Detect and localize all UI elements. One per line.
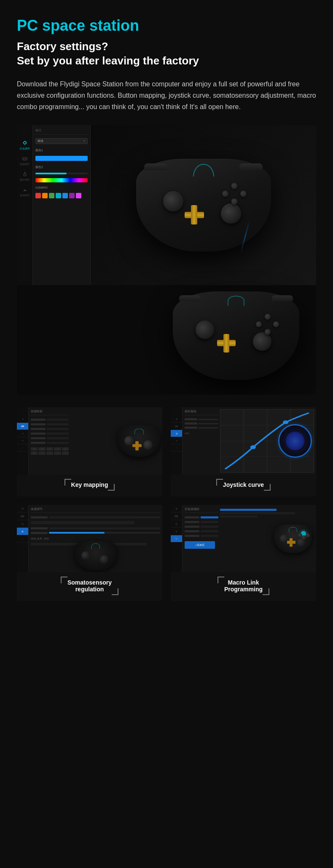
ms1: ⚙ — [171, 505, 182, 513]
second-controller-accent — [228, 296, 244, 306]
jc-lbl3 — [185, 427, 197, 429]
mc-btn3 — [302, 535, 306, 539]
swatch-pink[interactable] — [76, 193, 81, 198]
jc-title: 摇杆曲线 — [185, 409, 218, 415]
mc-tl1 — [220, 509, 277, 511]
km-dp-v — [135, 441, 138, 450]
swatch-cyan[interactable] — [56, 193, 61, 198]
controller-accent — [193, 164, 214, 176]
mc-lbl3 — [185, 526, 199, 528]
soma-js-r — [100, 555, 108, 564]
mc-btn2 — [306, 533, 310, 537]
mc-add-btn[interactable]: +添加宏 — [185, 541, 215, 549]
feature-grid: ⚙ ⌨ ◎ ≋ ↔ 按键映射 — [17, 407, 316, 601]
jc-t3 — [198, 427, 218, 429]
second-shoulder-left — [179, 295, 200, 301]
second-controller — [173, 291, 299, 380]
key-mapping-label: Key mapping — [64, 479, 115, 491]
km-row1 — [31, 418, 69, 421]
mc-btn4 — [298, 533, 302, 537]
controller-hero-area — [91, 125, 316, 285]
page-title: PC space station — [17, 17, 316, 35]
sidebar-lighting[interactable]: 灯光调节 — [17, 138, 32, 153]
swatch-orange[interactable] — [42, 193, 48, 198]
ks2: ⌨ — [17, 423, 28, 430]
mode-dropdown[interactable]: 精准 ▼ — [35, 138, 88, 144]
jc-t2 — [198, 423, 218, 425]
macro-mini-ctrl — [274, 524, 312, 553]
mc-lbl4 — [185, 530, 199, 532]
sidebar-keys[interactable]: 按键调节 — [17, 153, 32, 169]
km-row3 — [31, 427, 69, 430]
gs4: ≋ — [171, 437, 182, 444]
swatch-blue[interactable] — [62, 193, 68, 198]
color2-label: 颜色2 — [35, 165, 88, 169]
joystick-graph-sidebar: ⚙ ⌨ ◎ ≋ ↔ — [171, 407, 183, 475]
jc-t1 — [198, 419, 218, 420]
ss3: ◎ — [17, 520, 28, 528]
kgc8: ↓ — [46, 451, 53, 455]
soma-ctrl2 — [49, 527, 160, 529]
macro-content: 宏链接编程 — [183, 505, 316, 572]
second-joystick-right — [253, 332, 271, 351]
sensor-icon — [22, 187, 28, 193]
mc-val3 — [201, 526, 218, 528]
ss2: ⌨ — [17, 513, 28, 520]
second-controller-area — [17, 277, 316, 395]
soma-mini-ctrl — [75, 541, 117, 570]
jc-lbl1 — [185, 418, 197, 420]
soma-mini-accent — [91, 543, 100, 549]
macro-left-panel: 宏链接编程 — [185, 507, 218, 570]
ss5: ↔ — [17, 535, 28, 542]
km-mini-accent — [134, 429, 144, 435]
soma-track — [49, 532, 160, 534]
macro-link-screenshot: ⚙ ⌨ ◎ ≋ ↔ 宏链接编程 — [171, 505, 316, 572]
km-val4 — [47, 433, 69, 435]
km-mini-dpad — [132, 441, 142, 450]
sidebar-sensor[interactable]: 体感调节 — [17, 184, 32, 200]
soma-slider-row — [31, 531, 160, 534]
ms5: ↔ — [171, 535, 182, 542]
svg-point-8 — [24, 174, 26, 176]
shoulder-right — [239, 163, 263, 170]
soma-s-lbl — [31, 532, 48, 534]
svg-point-19 — [283, 420, 288, 424]
mc-val2 — [201, 521, 218, 523]
keys-label: 按键调节 — [20, 163, 30, 166]
btn-left — [222, 191, 228, 197]
km-title: 按键映射 — [31, 409, 69, 415]
swatch-purple[interactable] — [69, 193, 75, 198]
btn-bottom — [231, 198, 237, 205]
page-description: Download the Flydigi Space Station from … — [17, 78, 316, 113]
mc-row5 — [185, 534, 218, 537]
somatosensory-label: Somatosensory regulation — [61, 577, 118, 595]
mc-row4 — [185, 529, 218, 533]
jc-axis-label: 100 — [185, 432, 218, 435]
joystick-graph-content: 摇杆曲线 100 — [183, 407, 316, 475]
gs2: ⌨ — [171, 423, 182, 430]
km-lbl3 — [31, 428, 46, 430]
page-subtitle: Factory settings? Set by you after leavi… — [17, 40, 316, 68]
somatosensory-screenshot: ⚙ ⌨ ◎ ≋ ↔ 体感调节 — [17, 505, 162, 572]
swatch-red[interactable] — [35, 193, 41, 198]
key-mapping-label-wrapper: Key mapping — [17, 475, 162, 497]
hero-top-section: 灯光调节 按键调节 — [17, 125, 316, 285]
shoulder-left — [144, 163, 167, 170]
kgc10: → — [62, 451, 69, 455]
mc-lbl2 — [185, 521, 199, 523]
joystick-graph-left: 摇杆曲线 100 — [185, 409, 218, 473]
kgc6: R — [31, 451, 38, 455]
joystick-graph-area: ⚙ ⌨ ◎ ≋ ↔ 摇杆曲线 100 — [171, 407, 316, 475]
sidebar-joystick[interactable]: 摇杆调节 — [17, 169, 32, 184]
ms4: ≋ — [171, 528, 182, 535]
swatch-green[interactable] — [49, 193, 54, 198]
soma-dropdown1 — [31, 521, 134, 524]
km-row5 — [31, 436, 69, 440]
soma-lbl2 — [31, 527, 48, 529]
slider-fill — [35, 173, 67, 174]
joystick-right — [221, 203, 241, 224]
light-icon — [22, 140, 28, 146]
second-dpad — [217, 334, 236, 353]
joystick-dial — [278, 424, 312, 458]
macro-right-panel — [220, 507, 314, 570]
